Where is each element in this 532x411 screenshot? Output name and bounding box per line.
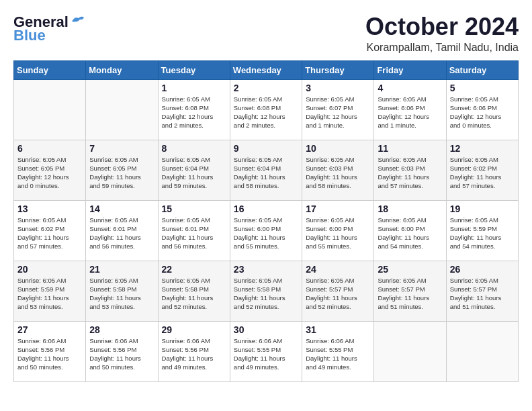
- day-number: 23: [234, 264, 298, 275]
- day-info: Sunrise: 6:06 AM Sunset: 5:55 PM Dayligh…: [306, 336, 370, 372]
- week-row-1: 1Sunrise: 6:05 AM Sunset: 6:08 PM Daylig…: [14, 79, 519, 140]
- day-info: Sunrise: 6:05 AM Sunset: 5:57 PM Dayligh…: [378, 276, 442, 312]
- day-number: 14: [89, 203, 154, 214]
- logo-bird-icon: [71, 15, 85, 27]
- day-number: 30: [234, 324, 298, 335]
- day-info: Sunrise: 6:05 AM Sunset: 6:06 PM Dayligh…: [450, 95, 515, 130]
- day-info: Sunrise: 6:05 AM Sunset: 6:01 PM Dayligh…: [89, 216, 154, 251]
- calendar-cell: 19Sunrise: 6:05 AM Sunset: 5:59 PM Dayli…: [446, 200, 518, 261]
- day-number: 22: [162, 264, 226, 275]
- day-info: Sunrise: 6:05 AM Sunset: 5:58 PM Dayligh…: [162, 276, 226, 312]
- day-info: Sunrise: 6:05 AM Sunset: 6:03 PM Dayligh…: [378, 155, 442, 191]
- day-info: Sunrise: 6:05 AM Sunset: 6:01 PM Dayligh…: [162, 216, 226, 251]
- day-info: Sunrise: 6:05 AM Sunset: 5:58 PM Dayligh…: [234, 276, 298, 312]
- calendar-cell: 18Sunrise: 6:05 AM Sunset: 6:00 PM Dayli…: [374, 200, 446, 261]
- day-info: Sunrise: 6:05 AM Sunset: 5:57 PM Dayligh…: [306, 276, 370, 312]
- calendar-cell: 6Sunrise: 6:05 AM Sunset: 6:05 PM Daylig…: [14, 140, 86, 200]
- day-number: 12: [450, 143, 515, 154]
- day-info: Sunrise: 6:05 AM Sunset: 5:59 PM Dayligh…: [17, 276, 82, 312]
- day-number: 31: [306, 324, 370, 335]
- weekday-header-wednesday: Wednesday: [230, 60, 302, 79]
- day-number: 6: [17, 143, 82, 154]
- weekday-header-friday: Friday: [374, 60, 446, 79]
- day-number: 11: [378, 143, 442, 154]
- calendar-cell: 21Sunrise: 6:05 AM Sunset: 5:58 PM Dayli…: [86, 261, 158, 321]
- day-number: 25: [378, 264, 442, 275]
- day-info: Sunrise: 6:05 AM Sunset: 5:57 PM Dayligh…: [450, 276, 515, 312]
- calendar-cell: 2Sunrise: 6:05 AM Sunset: 6:08 PM Daylig…: [230, 79, 302, 140]
- calendar-cell: 7Sunrise: 6:05 AM Sunset: 6:05 PM Daylig…: [86, 140, 158, 200]
- weekday-header-row: SundayMondayTuesdayWednesdayThursdayFrid…: [14, 60, 519, 79]
- day-number: 7: [89, 143, 154, 154]
- calendar-cell: 25Sunrise: 6:05 AM Sunset: 5:57 PM Dayli…: [374, 261, 446, 321]
- calendar-cell: 4Sunrise: 6:05 AM Sunset: 6:06 PM Daylig…: [374, 79, 446, 140]
- day-info: Sunrise: 6:06 AM Sunset: 5:56 PM Dayligh…: [89, 336, 154, 372]
- calendar-cell: 17Sunrise: 6:05 AM Sunset: 6:00 PM Dayli…: [302, 200, 374, 261]
- day-info: Sunrise: 6:05 AM Sunset: 6:02 PM Dayligh…: [450, 155, 515, 191]
- weekday-header-sunday: Sunday: [14, 60, 86, 79]
- day-number: 16: [234, 203, 298, 214]
- day-info: Sunrise: 6:05 AM Sunset: 6:08 PM Dayligh…: [162, 95, 226, 130]
- day-info: Sunrise: 6:05 AM Sunset: 6:00 PM Dayligh…: [234, 216, 298, 251]
- day-info: Sunrise: 6:05 AM Sunset: 6:04 PM Dayligh…: [234, 155, 298, 191]
- calendar-cell: 24Sunrise: 6:05 AM Sunset: 5:57 PM Dayli…: [302, 261, 374, 321]
- calendar-table: SundayMondayTuesdayWednesdayThursdayFrid…: [13, 60, 519, 382]
- day-number: 8: [162, 143, 226, 154]
- day-info: Sunrise: 6:05 AM Sunset: 6:00 PM Dayligh…: [378, 216, 442, 251]
- calendar-cell: [14, 79, 86, 140]
- day-info: Sunrise: 6:05 AM Sunset: 5:59 PM Dayligh…: [450, 216, 515, 251]
- location-subtitle: Korampallam, Tamil Nadu, India: [365, 42, 519, 54]
- week-row-2: 6Sunrise: 6:05 AM Sunset: 6:05 PM Daylig…: [14, 140, 519, 200]
- calendar-cell: [86, 79, 158, 140]
- calendar-cell: 5Sunrise: 6:05 AM Sunset: 6:06 PM Daylig…: [446, 79, 518, 140]
- calendar-cell: 10Sunrise: 6:05 AM Sunset: 6:03 PM Dayli…: [302, 140, 374, 200]
- calendar-cell: 9Sunrise: 6:05 AM Sunset: 6:04 PM Daylig…: [230, 140, 302, 200]
- day-info: Sunrise: 6:05 AM Sunset: 6:03 PM Dayligh…: [306, 155, 370, 191]
- calendar-cell: 30Sunrise: 6:06 AM Sunset: 5:55 PM Dayli…: [230, 321, 302, 381]
- page-header: General Blue October 2024 Korampallam, T…: [13, 13, 519, 54]
- day-number: 20: [17, 264, 82, 275]
- calendar-cell: 11Sunrise: 6:05 AM Sunset: 6:03 PM Dayli…: [374, 140, 446, 200]
- logo-blue-text: Blue: [13, 27, 46, 44]
- day-info: Sunrise: 6:05 AM Sunset: 6:06 PM Dayligh…: [378, 95, 442, 130]
- calendar-cell: [446, 321, 518, 381]
- day-number: 2: [234, 83, 298, 93]
- calendar-cell: 29Sunrise: 6:06 AM Sunset: 5:56 PM Dayli…: [158, 321, 230, 381]
- week-row-4: 20Sunrise: 6:05 AM Sunset: 5:59 PM Dayli…: [14, 261, 519, 321]
- day-info: Sunrise: 6:05 AM Sunset: 5:58 PM Dayligh…: [89, 276, 154, 312]
- week-row-5: 27Sunrise: 6:06 AM Sunset: 5:56 PM Dayli…: [14, 321, 519, 381]
- calendar-cell: 22Sunrise: 6:05 AM Sunset: 5:58 PM Dayli…: [158, 261, 230, 321]
- calendar-cell: 23Sunrise: 6:05 AM Sunset: 5:58 PM Dayli…: [230, 261, 302, 321]
- day-number: 26: [450, 264, 515, 275]
- day-info: Sunrise: 6:05 AM Sunset: 6:00 PM Dayligh…: [306, 216, 370, 251]
- day-number: 17: [306, 203, 370, 214]
- calendar-cell: 8Sunrise: 6:05 AM Sunset: 6:04 PM Daylig…: [158, 140, 230, 200]
- week-row-3: 13Sunrise: 6:05 AM Sunset: 6:02 PM Dayli…: [14, 200, 519, 261]
- day-number: 19: [450, 203, 515, 214]
- day-number: 1: [162, 83, 226, 93]
- day-number: 10: [306, 143, 370, 154]
- calendar-cell: 16Sunrise: 6:05 AM Sunset: 6:00 PM Dayli…: [230, 200, 302, 261]
- day-info: Sunrise: 6:05 AM Sunset: 6:02 PM Dayligh…: [17, 216, 82, 251]
- month-title: October 2024: [365, 13, 519, 40]
- day-info: Sunrise: 6:05 AM Sunset: 6:08 PM Dayligh…: [234, 95, 298, 130]
- day-number: 15: [162, 203, 226, 214]
- day-info: Sunrise: 6:05 AM Sunset: 6:07 PM Dayligh…: [306, 95, 370, 130]
- calendar-cell: 26Sunrise: 6:05 AM Sunset: 5:57 PM Dayli…: [446, 261, 518, 321]
- day-number: 3: [306, 83, 370, 93]
- logo: General Blue: [13, 13, 85, 44]
- day-info: Sunrise: 6:05 AM Sunset: 6:05 PM Dayligh…: [89, 155, 154, 191]
- day-number: 24: [306, 264, 370, 275]
- calendar-cell: 12Sunrise: 6:05 AM Sunset: 6:02 PM Dayli…: [446, 140, 518, 200]
- day-number: 9: [234, 143, 298, 154]
- calendar-cell: 13Sunrise: 6:05 AM Sunset: 6:02 PM Dayli…: [14, 200, 86, 261]
- day-info: Sunrise: 6:05 AM Sunset: 6:04 PM Dayligh…: [162, 155, 226, 191]
- calendar-cell: 27Sunrise: 6:06 AM Sunset: 5:56 PM Dayli…: [14, 321, 86, 381]
- weekday-header-monday: Monday: [86, 60, 158, 79]
- calendar-cell: 15Sunrise: 6:05 AM Sunset: 6:01 PM Dayli…: [158, 200, 230, 261]
- calendar-cell: 3Sunrise: 6:05 AM Sunset: 6:07 PM Daylig…: [302, 79, 374, 140]
- weekday-header-thursday: Thursday: [302, 60, 374, 79]
- calendar-cell: 20Sunrise: 6:05 AM Sunset: 5:59 PM Dayli…: [14, 261, 86, 321]
- day-info: Sunrise: 6:06 AM Sunset: 5:56 PM Dayligh…: [162, 336, 226, 372]
- calendar-cell: 14Sunrise: 6:05 AM Sunset: 6:01 PM Dayli…: [86, 200, 158, 261]
